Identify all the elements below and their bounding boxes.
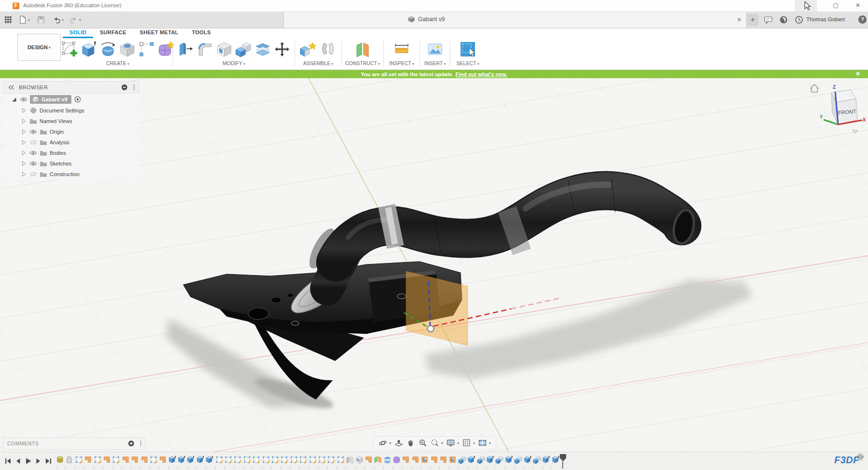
new-tab-button[interactable]: + (747, 14, 759, 26)
timeline-feature-plane[interactable] (374, 455, 382, 465)
fillet-icon[interactable] (196, 41, 214, 58)
timeline-playhead[interactable] (560, 454, 566, 469)
select-icon[interactable] (459, 41, 476, 58)
hole-icon[interactable] (119, 41, 136, 58)
browser-item-root[interactable]: Gabarit v9 (3, 94, 139, 105)
step-back-icon[interactable] (14, 457, 22, 465)
eye-off-icon[interactable] (29, 171, 37, 178)
undo-icon[interactable] (52, 15, 61, 24)
timeline-feature-extrude[interactable] (467, 455, 475, 465)
browser-item-construction[interactable]: Construction (3, 169, 139, 180)
viewcube-menu-icon[interactable] (853, 130, 857, 133)
form-icon[interactable] (157, 41, 175, 58)
tab-surface[interactable]: SURFACE (93, 28, 133, 38)
tab-tools[interactable]: TOOLS (185, 28, 217, 38)
browser-header[interactable]: BROWSER (3, 81, 139, 94)
joint-icon[interactable] (319, 41, 337, 58)
timeline-feature-form[interactable] (393, 455, 401, 465)
timeline-feature-thicken[interactable] (122, 455, 130, 465)
browser-item-bodies[interactable]: Bodies (3, 148, 139, 158)
pattern-icon[interactable] (138, 41, 155, 58)
timeline-feature-sketch[interactable] (290, 455, 298, 465)
timeline-feature-thicken[interactable] (411, 455, 420, 465)
fit-icon[interactable] (431, 439, 439, 447)
timeline-feature-thicken[interactable] (140, 455, 149, 465)
timeline-feature-revolve[interactable] (420, 455, 429, 465)
tab-close-icon[interactable]: ✕ (735, 15, 744, 24)
timeline-feature-combine[interactable] (458, 455, 466, 465)
fit-dropdown-caret[interactable]: ▾ (441, 441, 443, 445)
timeline-feature-extrude[interactable] (524, 455, 532, 465)
eye-off-icon[interactable] (29, 139, 37, 146)
timeline-feature-combine[interactable] (533, 455, 541, 465)
app-launcher-icon[interactable] (4, 15, 13, 24)
insert-image-icon[interactable] (426, 41, 444, 58)
timeline-feature-combine[interactable] (495, 455, 503, 465)
view-cube[interactable]: FRONT Z X Y (806, 80, 866, 135)
display-settings-dropdown-caret[interactable]: ▾ (457, 441, 459, 445)
timeline-feature-thicken[interactable] (402, 455, 410, 465)
display-settings-icon[interactable] (447, 439, 455, 447)
timeline-feature-extrude[interactable] (486, 455, 494, 465)
timeline-feature-sketch[interactable] (309, 455, 317, 465)
timeline-feature-thicken[interactable] (159, 455, 167, 465)
origin-point[interactable] (428, 326, 434, 332)
timeline-feature-sketch[interactable] (149, 455, 158, 465)
panel-resize-handle[interactable] (132, 84, 135, 91)
expand-icon[interactable] (20, 139, 27, 146)
timeline-feature-shell[interactable] (355, 455, 364, 465)
zoom-icon[interactable] (419, 439, 427, 447)
panel-resize-handle[interactable] (138, 440, 141, 447)
timeline-feature-extrude[interactable] (205, 455, 214, 465)
workspace-selector[interactable]: DESIGN▾ (17, 34, 61, 61)
look-at-icon[interactable] (394, 439, 403, 447)
combine-icon[interactable] (235, 41, 252, 58)
grid-settings-icon[interactable] (462, 439, 471, 447)
pan-icon[interactable] (407, 439, 415, 447)
document-tab[interactable] (284, 12, 746, 28)
browser-item-document-settings[interactable]: Document Settings (3, 105, 139, 116)
browser-item-sketches[interactable]: Sketches (3, 158, 139, 169)
press-pull-icon[interactable] (177, 41, 194, 58)
group-label-assemble[interactable]: ASSEMBLE▾ (303, 60, 334, 66)
group-label-create[interactable]: CREATE▾ (106, 60, 129, 66)
eye-icon[interactable] (29, 150, 37, 156)
timeline-feature-sketch[interactable] (337, 455, 345, 465)
user-name[interactable]: Thomas Gobert (806, 16, 845, 22)
step-forward-icon[interactable] (34, 457, 42, 465)
group-label-construct[interactable]: CONSTRUCT▾ (345, 60, 380, 66)
viewports-dropdown-caret[interactable]: ▾ (489, 441, 491, 445)
timeline-feature-sketch[interactable] (112, 455, 120, 465)
feedback-chat-icon[interactable] (764, 15, 773, 24)
expand-icon[interactable] (20, 128, 27, 135)
model-hole-large[interactable] (248, 308, 269, 319)
eye-icon[interactable] (29, 128, 37, 135)
timeline-feature-extrude[interactable] (542, 455, 550, 465)
extensions-icon[interactable] (779, 15, 788, 24)
timeline-feature-extrude[interactable] (187, 455, 195, 465)
timeline-feature-sketch[interactable] (262, 455, 270, 465)
home-icon[interactable] (810, 84, 819, 92)
timeline-feature-extrude[interactable] (168, 455, 176, 465)
activate-component-icon[interactable] (74, 96, 81, 103)
timeline-feature-combine[interactable] (514, 455, 522, 465)
browser-item-named-views[interactable]: Named Views (3, 116, 139, 126)
timeline-feature-sketch[interactable] (75, 455, 83, 465)
expand-icon[interactable] (20, 107, 27, 114)
expand-icon[interactable] (20, 118, 27, 124)
timeline-feature-thicken[interactable] (103, 455, 111, 465)
timeline-feature-sketch[interactable] (318, 455, 326, 465)
skip-end-icon[interactable] (44, 457, 53, 465)
group-label-inspect[interactable]: INSPECT▾ (389, 60, 414, 66)
timeline-feature-sketch[interactable] (299, 455, 307, 465)
timeline-feature-sketch[interactable] (280, 455, 288, 465)
timeline-feature-sketch[interactable] (252, 455, 260, 465)
viewports-icon[interactable] (478, 439, 487, 447)
grid-settings-dropdown-caret[interactable]: ▾ (473, 441, 475, 445)
move-icon[interactable] (273, 41, 291, 58)
new-component-icon[interactable] (300, 41, 317, 58)
timeline-feature-mirror[interactable] (346, 455, 354, 465)
group-label-insert[interactable]: INSERT▾ (424, 60, 446, 66)
timeline-feature-extrude[interactable] (177, 455, 186, 465)
timeline-feature-combine[interactable] (477, 455, 485, 465)
